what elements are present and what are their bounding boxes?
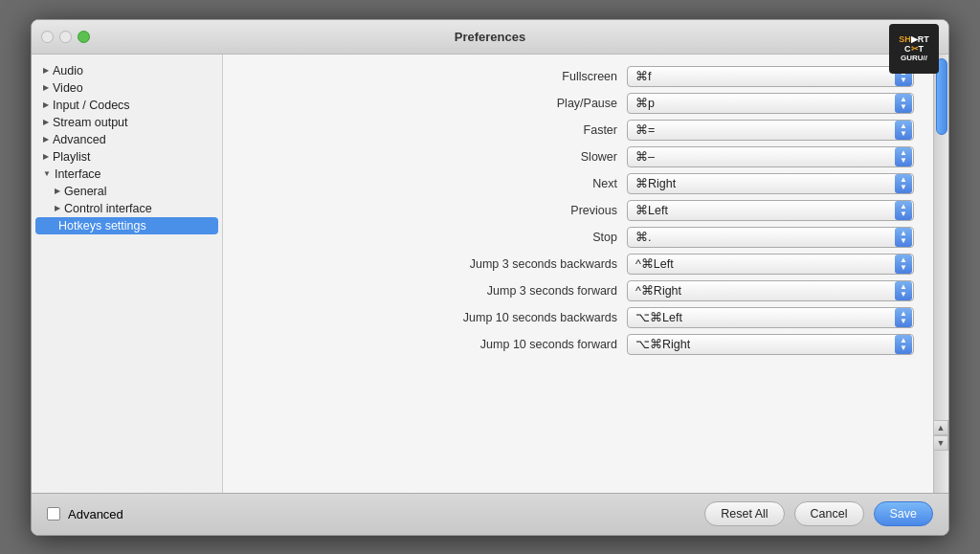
table-row: Next⌘Right▲▼ bbox=[242, 173, 914, 194]
hotkey-label-4: Next bbox=[407, 177, 617, 190]
control-interface-label: Control interface bbox=[64, 202, 152, 215]
hotkey-select-wrapper-6: ⌘.▲▼ bbox=[627, 227, 914, 248]
playlist-label: Playlist bbox=[53, 150, 91, 164]
stream-output-label: Stream output bbox=[53, 116, 128, 129]
content-area: Fullscreen⌘f▲▼Play/Pause⌘p▲▼Faster⌘=▲▼Sl… bbox=[223, 55, 948, 493]
hotkey-label-7: Jump 3 seconds backwards bbox=[407, 257, 617, 271]
hotkeys-settings-label: Hotkeys settings bbox=[58, 219, 146, 233]
hotkey-select-9[interactable]: ⌥⌘Left bbox=[627, 307, 914, 328]
sidebar-item-interface[interactable]: ▼Interface bbox=[32, 166, 222, 183]
interface-label: Interface bbox=[55, 167, 101, 181]
reset-all-button[interactable]: Reset All bbox=[704, 501, 784, 526]
advanced-checkbox[interactable] bbox=[47, 507, 60, 521]
footer-buttons: Reset All Cancel Save bbox=[704, 501, 933, 526]
hotkey-select-3[interactable]: ⌘– bbox=[627, 146, 914, 167]
hotkey-select-wrapper-8: ^⌘Right▲▼ bbox=[627, 280, 914, 301]
hotkey-label-5: Previous bbox=[407, 204, 617, 217]
traffic-lights bbox=[41, 31, 90, 43]
hotkey-select-5[interactable]: ⌘Left bbox=[627, 200, 914, 221]
general-triangle-icon: ▶ bbox=[55, 187, 60, 195]
hotkey-select-wrapper-3: ⌘–▲▼ bbox=[627, 146, 914, 167]
hotkey-label-3: Slower bbox=[407, 150, 617, 164]
hotkey-select-4[interactable]: ⌘Right bbox=[627, 173, 914, 194]
table-row: Play/Pause⌘p▲▼ bbox=[242, 93, 914, 114]
hotkey-select-wrapper-1: ⌘p▲▼ bbox=[627, 93, 914, 114]
main-content: ▶Audio▶Video▶Input / Codecs▶Stream outpu… bbox=[32, 55, 948, 493]
window-title: Preferences bbox=[455, 30, 525, 44]
general-label: General bbox=[64, 185, 106, 198]
hotkey-label-2: Faster bbox=[407, 123, 617, 137]
sidebar-item-playlist[interactable]: ▶Playlist bbox=[32, 148, 222, 166]
hotkey-select-8[interactable]: ^⌘Right bbox=[627, 280, 914, 301]
hotkey-label-0: Fullscreen bbox=[407, 70, 617, 83]
hotkey-select-1[interactable]: ⌘p bbox=[627, 93, 914, 114]
stream-output-triangle-icon: ▶ bbox=[43, 118, 49, 126]
hotkey-select-wrapper-2: ⌘=▲▼ bbox=[627, 120, 914, 141]
sidebar-item-hotkeys-settings[interactable]: Hotkeys settings bbox=[35, 217, 218, 234]
hotkey-select-10[interactable]: ⌥⌘Right bbox=[627, 334, 914, 355]
table-row: Faster⌘=▲▼ bbox=[242, 120, 914, 141]
table-row: Stop⌘.▲▼ bbox=[242, 227, 914, 248]
hotkey-select-2[interactable]: ⌘= bbox=[627, 120, 914, 141]
cancel-button[interactable]: Cancel bbox=[794, 501, 864, 526]
video-label: Video bbox=[53, 81, 83, 95]
sidebar: ▶Audio▶Video▶Input / Codecs▶Stream outpu… bbox=[32, 55, 223, 493]
maximize-button[interactable] bbox=[78, 31, 90, 43]
table-row: Jump 10 seconds backwards⌥⌘Left▲▼ bbox=[242, 307, 914, 328]
playlist-triangle-icon: ▶ bbox=[43, 152, 49, 161]
hotkey-label-10: Jump 10 seconds forward bbox=[407, 338, 617, 351]
hotkey-label-1: Play/Pause bbox=[407, 97, 617, 110]
logo-badge: SH ▶ RT C ✂ T GURU// bbox=[889, 24, 939, 74]
input-codecs-label: Input / Codecs bbox=[53, 99, 130, 112]
audio-triangle-icon: ▶ bbox=[43, 66, 49, 75]
scroll-up-arrow[interactable]: ▲ bbox=[933, 420, 948, 435]
table-row: Jump 3 seconds forward^⌘Right▲▼ bbox=[242, 280, 914, 301]
hotkey-select-0[interactable]: ⌘f bbox=[627, 66, 914, 87]
hotkey-select-6[interactable]: ⌘. bbox=[627, 227, 914, 248]
minimize-button[interactable] bbox=[59, 31, 72, 43]
hotkey-label-8: Jump 3 seconds forward bbox=[407, 284, 617, 298]
interface-triangle-icon: ▼ bbox=[43, 169, 51, 178]
hotkey-select-wrapper-4: ⌘Right▲▼ bbox=[627, 173, 914, 194]
control-interface-triangle-icon: ▶ bbox=[55, 204, 60, 212]
close-button[interactable] bbox=[41, 31, 54, 43]
sidebar-item-advanced[interactable]: ▶Advanced bbox=[32, 131, 222, 148]
table-row: Slower⌘–▲▼ bbox=[242, 146, 914, 167]
scrollbar-arrows[interactable]: ▲ ▼ bbox=[933, 420, 948, 451]
table-row: Jump 3 seconds backwards^⌘Left▲▼ bbox=[242, 254, 914, 275]
video-triangle-icon: ▶ bbox=[43, 83, 49, 92]
sidebar-item-general[interactable]: ▶General bbox=[32, 183, 222, 200]
hotkey-select-wrapper-7: ^⌘Left▲▼ bbox=[627, 254, 914, 275]
hotkey-select-wrapper-0: ⌘f▲▼ bbox=[627, 66, 914, 87]
save-button[interactable]: Save bbox=[874, 501, 934, 526]
preferences-window: Preferences SH ▶ RT C ✂ T GURU// ▶Audio▶… bbox=[31, 19, 949, 536]
hotkey-select-wrapper-5: ⌘Left▲▼ bbox=[627, 200, 914, 221]
hotkey-select-7[interactable]: ^⌘Left bbox=[627, 254, 914, 275]
sidebar-item-control-interface[interactable]: ▶Control interface bbox=[32, 200, 222, 217]
advanced-label: Advanced bbox=[68, 507, 123, 521]
table-row: Jump 10 seconds forward⌥⌘Right▲▼ bbox=[242, 334, 914, 355]
sidebar-item-stream-output[interactable]: ▶Stream output bbox=[32, 114, 222, 131]
hotkey-label-6: Stop bbox=[407, 231, 617, 244]
sidebar-item-video[interactable]: ▶Video bbox=[32, 79, 222, 97]
hotkey-label-9: Jump 10 seconds backwards bbox=[407, 311, 617, 324]
audio-label: Audio bbox=[53, 64, 83, 78]
footer: Advanced Reset All Cancel Save bbox=[32, 493, 948, 535]
sidebar-item-audio[interactable]: ▶Audio bbox=[32, 62, 222, 79]
hotkey-select-wrapper-9: ⌥⌘Left▲▼ bbox=[627, 307, 914, 328]
hotkeys-panel: Fullscreen⌘f▲▼Play/Pause⌘p▲▼Faster⌘=▲▼Sl… bbox=[223, 55, 933, 493]
scroll-down-arrow[interactable]: ▼ bbox=[933, 435, 948, 451]
advanced-label: Advanced bbox=[53, 133, 106, 146]
titlebar: Preferences SH ▶ RT C ✂ T GURU// bbox=[32, 20, 948, 55]
input-codecs-triangle-icon: ▶ bbox=[43, 100, 49, 109]
table-row: Previous⌘Left▲▼ bbox=[242, 200, 914, 221]
scroll-area: Fullscreen⌘f▲▼Play/Pause⌘p▲▼Faster⌘=▲▼Sl… bbox=[223, 55, 948, 493]
table-row: Fullscreen⌘f▲▼ bbox=[242, 66, 914, 87]
advanced-triangle-icon: ▶ bbox=[43, 135, 49, 144]
sidebar-item-input-codecs[interactable]: ▶Input / Codecs bbox=[32, 97, 222, 114]
footer-left: Advanced bbox=[47, 507, 123, 521]
hotkey-select-wrapper-10: ⌥⌘Right▲▼ bbox=[627, 334, 914, 355]
